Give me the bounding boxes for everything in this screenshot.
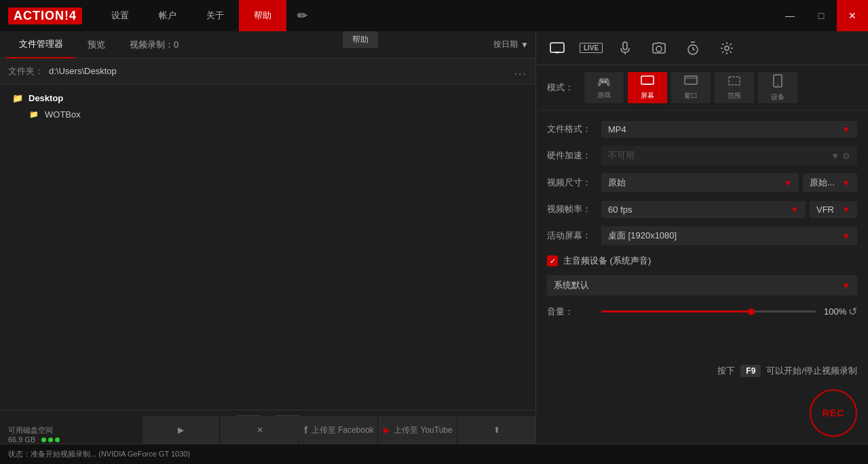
play-icon: ▶ <box>178 425 184 435</box>
hardware-accel-gear[interactable]: ⚙ <box>842 151 850 161</box>
nav-account[interactable]: 帐户 <box>144 0 191 31</box>
audio-device-select[interactable]: 系统默认 ▼ <box>547 275 857 296</box>
maximize-button[interactable]: □ <box>806 0 837 31</box>
titlebar: ACTION!4 设置 帐户 关于 帮助 ✏ — □ ✕ <box>0 0 868 31</box>
mode-label: 模式： <box>547 82 573 94</box>
rec-hint-key: F9 <box>740 365 761 377</box>
video-fps-control: 60 fps ▼ VFR ▼ <box>601 201 857 218</box>
mode-game[interactable]: 🎮 游戏 <box>584 72 624 103</box>
audio-checkbox[interactable]: ✓ <box>547 255 558 266</box>
active-screen-arrow: ▼ <box>842 231 850 241</box>
dot-2 <box>48 438 53 442</box>
tab-preview[interactable]: 预览 <box>75 31 117 58</box>
video-size-value1: 原始 <box>608 177 626 189</box>
volume-row: 音量： 100% ↺ <box>536 301 868 322</box>
audio-icon[interactable] <box>609 33 641 64</box>
rec-hint-suffix: 可以开始/停止视频录制 <box>766 365 857 377</box>
mode-device[interactable]: 设备 <box>758 72 797 103</box>
video-fps-row: 视频帧率： 60 fps ▼ VFR ▼ <box>536 196 868 222</box>
active-screen-row: 活动屏幕： 桌面 [1920x1080] ▼ <box>536 222 868 249</box>
hardware-accel-select[interactable]: 不可用 ▼ ⚙ <box>601 146 857 165</box>
tab-sort: 按日期 ▼ <box>493 39 529 50</box>
play-button[interactable]: ▶ <box>143 416 219 444</box>
timer-icon[interactable] <box>677 33 709 64</box>
screenshot-icon[interactable] <box>643 33 675 64</box>
file-format-value: MP4 <box>608 124 626 135</box>
mode-area-label: 范围 <box>728 91 741 101</box>
hardware-accel-value: 不可用 <box>608 149 635 162</box>
svg-rect-3 <box>623 42 627 50</box>
close-button[interactable]: ✕ <box>837 0 868 31</box>
filepath-bar: 文件夹： ... <box>0 58 535 84</box>
video-fps-label: 视频帧率： <box>547 203 601 215</box>
svg-rect-15 <box>729 77 740 85</box>
file-format-label: 文件格式： <box>547 123 601 135</box>
hardware-accel-arrow: ▼ <box>831 151 839 161</box>
sort-arrow: ▼ <box>521 40 529 50</box>
rec-button[interactable]: REC <box>810 389 857 437</box>
svg-point-10 <box>725 46 729 50</box>
tab-file-manager[interactable]: 文件管理器 <box>7 31 75 58</box>
audio-device-value: 系统默认 <box>554 279 589 291</box>
window-controls: — □ ✕ <box>774 0 868 31</box>
svg-rect-11 <box>641 76 654 84</box>
tree-item-wotbox[interactable]: 📁 WOTBox <box>0 106 535 122</box>
active-screen-control: 桌面 [1920x1080] ▼ <box>601 226 857 245</box>
audio-device-row: 系统默认 ▼ <box>536 272 868 301</box>
volume-reset-button[interactable]: ↺ <box>848 305 857 318</box>
video-size-select2[interactable]: 原始... ▼ <box>803 173 857 192</box>
youtube-icon: ▶ <box>383 425 390 435</box>
status-text: 准备开始视频录制... (NVIDIA GeForce GT 1030) <box>31 449 190 459</box>
screen-record-icon[interactable] <box>542 33 573 64</box>
video-size-row: 视频尺寸： 原始 ▼ 原始... ▼ <box>536 169 868 196</box>
mode-screen-label: 屏幕 <box>641 91 654 101</box>
sort-button[interactable]: 按日期 ▼ <box>493 39 529 50</box>
tab-video-record[interactable]: 视频录制：0 <box>117 31 191 58</box>
hardware-accel-label: 硬件加速： <box>547 149 601 162</box>
upload-facebook-label: 上传至 Facebook <box>312 425 374 436</box>
app-logo: ACTION!4 <box>8 4 83 27</box>
delete-icon: ✕ <box>257 425 263 435</box>
tree-item-desktop[interactable]: 📁 Desktop <box>0 90 535 106</box>
live-icon[interactable]: LIVE <box>575 33 607 64</box>
left-panel: 文件管理器 预览 视频录制：0 按日期 ▼ 文件夹： ... 📁 Desktop <box>0 31 536 444</box>
volume-slider[interactable] <box>601 310 816 313</box>
nav-help[interactable]: 帮助 <box>239 0 286 31</box>
nav-menu: 设置 帐户 关于 帮助 ✏ <box>96 0 318 31</box>
video-fps-select1[interactable]: 60 fps ▼ <box>601 201 806 218</box>
video-size-control: 原始 ▼ 原始... ▼ <box>601 173 857 192</box>
mode-window[interactable]: 窗口 <box>671 72 711 103</box>
device-icon <box>773 74 782 90</box>
upload-facebook-button[interactable]: f 上传至 Facebook <box>300 416 377 444</box>
main-layout: 文件管理器 预览 视频录制：0 按日期 ▼ 文件夹： ... 📁 Desktop <box>0 31 868 444</box>
rec-area: REC <box>536 382 868 444</box>
filepath-input[interactable] <box>49 66 514 76</box>
area-icon <box>728 75 741 89</box>
file-format-arrow: ▼ <box>842 124 850 135</box>
video-fps-select2[interactable]: VFR ▼ <box>810 201 857 218</box>
minimize-button[interactable]: — <box>774 0 806 31</box>
facebook-icon: f <box>304 425 307 435</box>
active-screen-select[interactable]: 桌面 [1920x1080] ▼ <box>601 226 857 245</box>
upload-youtube-label: 上传至 YouTube <box>394 425 453 436</box>
upload-other-button[interactable]: ⬆ <box>458 416 535 444</box>
file-format-row: 文件格式： MP4 ▼ <box>536 116 868 142</box>
mode-screen[interactable]: 屏幕 <box>628 72 667 103</box>
settings-icon[interactable] <box>711 33 742 64</box>
video-size-value2: 原始... <box>810 177 835 189</box>
status-bar: 状态： 准备开始视频录制... (NVIDIA GeForce GT 1030) <box>0 444 868 464</box>
upload-youtube-button[interactable]: ▶ 上传至 YouTube <box>379 416 456 444</box>
video-size-select1[interactable]: 原始 ▼ <box>601 173 799 192</box>
file-format-select[interactable]: MP4 ▼ <box>601 121 857 138</box>
video-fps-arrow1: ▼ <box>790 204 799 215</box>
nav-pen[interactable]: ✏ <box>286 8 318 23</box>
nav-about[interactable]: 关于 <box>191 0 239 31</box>
nav-settings[interactable]: 设置 <box>96 0 144 31</box>
svg-point-5 <box>656 46 662 52</box>
delete-button[interactable]: ✕ <box>221 416 298 444</box>
mode-area[interactable]: 范围 <box>715 72 754 103</box>
dot-3 <box>55 438 60 442</box>
filepath-dots[interactable]: ... <box>514 65 527 77</box>
volume-handle[interactable] <box>748 308 755 315</box>
disk-label: 可用磁盘空间 <box>8 426 53 434</box>
